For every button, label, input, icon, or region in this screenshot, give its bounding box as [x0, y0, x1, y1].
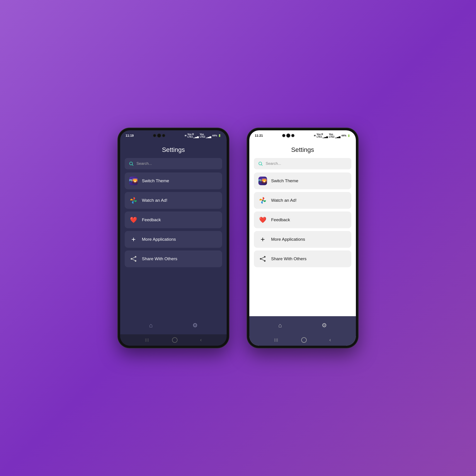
phone-dark: 11:19 ≋ Voo RLTE1 ▁▃▅ VooLTE2 ▁▃▅ 44% 🔋 …	[118, 128, 229, 348]
more-apps-label-light: More Applications	[271, 237, 305, 242]
camera-main-light	[286, 134, 290, 137]
menu-item-watch-ad-dark[interactable]: Watch an Ad!	[125, 192, 222, 209]
menu-item-watch-ad-light[interactable]: Watch an Ad!	[254, 192, 351, 209]
feedback-icon-dark: ❤️	[129, 216, 138, 224]
svg-point-21	[264, 260, 266, 262]
battery-dark: 44%	[212, 134, 217, 137]
menu-item-share-light[interactable]: Share With Others	[254, 251, 351, 267]
search-icon-light	[258, 161, 263, 166]
heart-icon-light: ❤️	[259, 217, 266, 223]
menu-item-more-apps-dark[interactable]: + More Applications	[125, 231, 222, 248]
search-icon-dark	[129, 161, 134, 166]
mountain-icon-dark	[129, 178, 132, 184]
plus-icon-light: +	[261, 236, 265, 243]
menu-items-light: Switch Theme Watch an Ad!	[249, 172, 356, 316]
home-nav-light[interactable]: ⌂	[278, 322, 282, 329]
back-btn-light[interactable]: ‹	[329, 337, 331, 343]
svg-point-9	[135, 260, 136, 262]
home-btn-light[interactable]	[301, 337, 307, 343]
share-label-light: Share With Others	[271, 256, 306, 261]
bottom-nav-light: ⌂ ⚙	[249, 316, 356, 334]
svg-point-6	[133, 200, 134, 201]
svg-point-19	[264, 256, 266, 258]
menu-item-more-apps-light[interactable]: + More Applications	[254, 231, 351, 248]
signal2-light: VooLTE2 ▁▃▅	[329, 133, 340, 138]
pinwheel-svg-light	[259, 196, 267, 204]
switch-theme-icon-dark	[129, 177, 138, 185]
title-light: Settings	[249, 140, 356, 158]
wifi-icon-dark: ≋	[185, 134, 187, 137]
share-icon-dark	[129, 255, 138, 263]
status-bar-dark: 11:19 ≋ Voo RLTE1 ▁▃▅ VooLTE2 ▁▃▅ 44% 🔋	[120, 130, 227, 140]
back-btn-dark[interactable]: ‹	[200, 337, 202, 343]
share-icon-light	[258, 255, 267, 263]
search-placeholder-light: Search...	[266, 161, 281, 166]
switch-theme-icon-light	[258, 177, 267, 185]
heart-icon-dark: ❤️	[130, 217, 137, 223]
signal-light: Voo RLTE1 ▁▃▅	[317, 133, 328, 138]
watch-ad-icon-light	[258, 196, 267, 205]
camera-dot-dark	[153, 134, 156, 137]
android-nav-light: ||| ‹	[249, 334, 356, 346]
phone-light: 11:21 ≋ Voo RLTE1 ▁▃▅ VooLTE2 ▁▃▅ 44% 🔋 …	[247, 128, 358, 348]
more-apps-icon-dark: +	[129, 235, 138, 244]
feedback-label-dark: Feedback	[142, 217, 161, 222]
svg-point-5	[131, 180, 132, 181]
camera-dot-light	[282, 134, 285, 137]
time-dark: 11:19	[126, 134, 134, 137]
battery-light: 44%	[341, 134, 346, 137]
recent-btn-light[interactable]: |||	[274, 338, 278, 342]
title-dark: Settings	[120, 140, 227, 158]
share-svg-dark	[130, 255, 137, 262]
menu-item-switch-theme-dark[interactable]: Switch Theme	[125, 172, 222, 189]
screen-dark: Settings Search...	[120, 140, 227, 346]
more-apps-icon-light: +	[258, 235, 267, 244]
share-label-dark: Share With Others	[142, 256, 177, 261]
signal-dark: Voo RLTE1 ▁▃▅	[187, 133, 199, 138]
camera-dot2-dark	[162, 134, 165, 137]
status-bar-light: 11:21 ≋ Voo RLTE1 ▁▃▅ VooLTE2 ▁▃▅ 44% 🔋	[249, 130, 356, 140]
camera-main-dark	[157, 134, 161, 137]
search-placeholder-dark: Search...	[136, 161, 152, 166]
menu-item-feedback-light[interactable]: ❤️ Feedback	[254, 211, 351, 228]
settings-nav-dark[interactable]: ⚙	[192, 322, 198, 329]
home-btn-dark[interactable]	[172, 337, 177, 343]
svg-line-10	[132, 257, 135, 259]
pinwheel-svg-dark	[129, 196, 137, 204]
search-bar-dark[interactable]: Search...	[125, 158, 222, 169]
battery-icon-light: 🔋	[347, 134, 350, 137]
plus-icon-dark: +	[132, 236, 136, 243]
menu-item-share-dark[interactable]: Share With Others	[125, 251, 222, 267]
home-nav-dark[interactable]: ⌂	[149, 322, 153, 329]
mountain-icon-light	[258, 178, 261, 184]
watch-ad-icon-dark	[129, 196, 138, 205]
signal2-dark: VooLTE2 ▁▃▅	[200, 133, 211, 138]
svg-line-1	[132, 165, 133, 166]
svg-line-13	[261, 165, 262, 166]
switch-theme-label-dark: Switch Theme	[142, 178, 169, 183]
svg-point-17	[260, 180, 261, 181]
screen-light: Settings Search...	[249, 140, 356, 346]
search-bar-light[interactable]: Search...	[254, 158, 351, 169]
more-apps-label-dark: More Applications	[142, 237, 176, 242]
battery-icon-dark: 🔋	[218, 134, 221, 137]
camera-dot2-light	[291, 134, 294, 137]
svg-point-20	[260, 258, 262, 260]
bottom-nav-dark: ⌂ ⚙	[120, 316, 227, 334]
svg-point-18	[262, 200, 263, 201]
svg-point-8	[131, 258, 132, 260]
recent-btn-dark[interactable]: |||	[145, 338, 149, 342]
settings-nav-light[interactable]: ⚙	[322, 322, 327, 329]
wifi-icon-light: ≋	[314, 134, 316, 137]
svg-line-23	[261, 259, 264, 261]
switch-theme-label-light: Switch Theme	[271, 178, 298, 183]
android-nav-dark: ||| ‹	[120, 334, 227, 346]
feedback-icon-light: ❤️	[258, 216, 267, 224]
watch-ad-label-dark: Watch an Ad!	[142, 198, 167, 203]
status-icons-dark: ≋ Voo RLTE1 ▁▃▅ VooLTE2 ▁▃▅ 44% 🔋	[185, 133, 221, 138]
feedback-label-light: Feedback	[271, 217, 290, 222]
menu-item-feedback-dark[interactable]: ❤️ Feedback	[125, 211, 222, 228]
status-icons-light: ≋ Voo RLTE1 ▁▃▅ VooLTE2 ▁▃▅ 44% 🔋	[314, 133, 350, 138]
menu-item-switch-theme-light[interactable]: Switch Theme	[254, 172, 351, 189]
svg-line-22	[261, 257, 264, 259]
